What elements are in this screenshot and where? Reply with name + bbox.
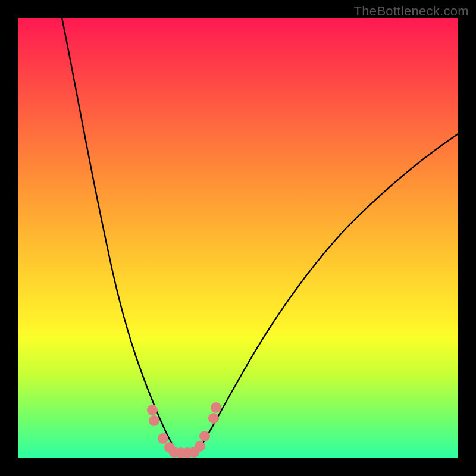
plot-area: [18, 18, 458, 458]
curve-layer: [18, 18, 458, 458]
marker-dot: [195, 441, 205, 452]
marker-dot: [211, 402, 221, 413]
watermark-text: TheBottleneck.com: [354, 4, 469, 19]
marker-dot: [149, 415, 159, 426]
marker-dot: [158, 433, 168, 444]
marker-dot: [208, 413, 219, 424]
marker-dot: [199, 431, 210, 441]
right-curve: [194, 134, 458, 457]
chart-figure: TheBottleneck.com: [0, 0, 476, 476]
marker-dot: [147, 405, 158, 415]
left-curve: [62, 18, 181, 457]
